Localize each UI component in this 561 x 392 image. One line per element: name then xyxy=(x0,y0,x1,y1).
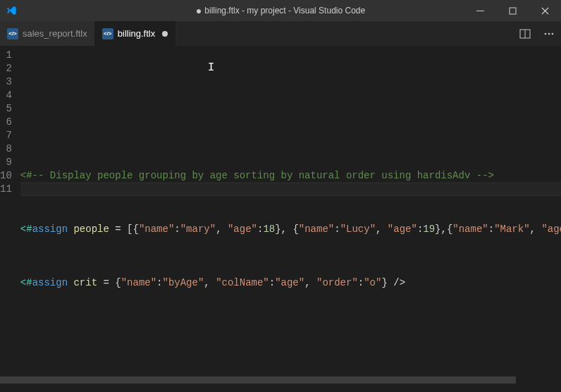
window-controls xyxy=(464,0,561,21)
tab-label: billing.ftlx xyxy=(118,28,155,39)
line-number: 8 xyxy=(0,142,20,156)
line-number: 3 xyxy=(0,75,20,89)
line-number-gutter: 1 2 3 4 5 6 7 8 9 10 11 xyxy=(0,46,20,376)
code-line xyxy=(20,116,561,129)
current-line-highlight xyxy=(20,183,561,196)
line-number: 9 xyxy=(0,156,20,169)
tab-sales-report[interactable]: </> sales_report.ftlx xyxy=(0,21,95,46)
modified-indicator: ● xyxy=(196,6,202,16)
svg-rect-0 xyxy=(476,11,484,11)
line-number: 10 xyxy=(0,169,20,183)
code-content[interactable]: I <#-- Display people grouping by age so… xyxy=(20,46,561,376)
statusbar xyxy=(0,384,561,392)
window-title-text: billing.ftlx - my project - Visual Studi… xyxy=(204,6,365,16)
maximize-button[interactable] xyxy=(496,0,529,21)
code-line: <#assign crit = {"name":"byAge", "colNam… xyxy=(20,276,561,290)
split-editor-icon[interactable] xyxy=(517,26,533,42)
line-number: 6 xyxy=(0,116,20,129)
close-button[interactable] xyxy=(529,0,561,21)
line-number: 1 xyxy=(0,49,20,62)
tab-billing[interactable]: </> billing.ftlx xyxy=(95,21,175,46)
code-line: <#assign people = [{"name":"mary", "age"… xyxy=(20,223,561,236)
scrollbar-thumb[interactable] xyxy=(0,376,516,384)
svg-point-6 xyxy=(552,32,554,35)
horizontal-scrollbar[interactable] xyxy=(0,376,561,384)
code-line: <#-- Display people grouping by age sort… xyxy=(20,169,561,183)
svg-rect-1 xyxy=(510,8,516,14)
svg-point-5 xyxy=(548,32,550,35)
titlebar: ● billing.ftlx - my project - Visual Stu… xyxy=(0,0,561,21)
line-number: 4 xyxy=(0,89,20,102)
tab-modified-dot-icon xyxy=(162,31,168,37)
line-number: 11 xyxy=(0,183,20,196)
editor-tabs: </> sales_report.ftlx </> billing.ftlx xyxy=(0,21,561,46)
ftl-file-icon: </> xyxy=(102,28,113,39)
window-title: ● billing.ftlx - my project - Visual Stu… xyxy=(196,6,365,16)
code-editor[interactable]: 1 2 3 4 5 6 7 8 9 10 11 I <#-- Display p… xyxy=(0,46,561,376)
more-icon[interactable] xyxy=(541,26,557,42)
text-cursor-icon: I xyxy=(208,61,215,75)
tab-label: sales_report.ftlx xyxy=(23,28,87,39)
svg-point-4 xyxy=(545,32,547,35)
line-number: 7 xyxy=(0,129,20,142)
vscode-logo-icon xyxy=(6,5,17,16)
line-number: 5 xyxy=(0,102,20,116)
code-line xyxy=(20,330,561,343)
minimize-button[interactable] xyxy=(464,0,496,21)
ftl-file-icon: </> xyxy=(7,28,18,39)
line-number: 2 xyxy=(0,62,20,75)
